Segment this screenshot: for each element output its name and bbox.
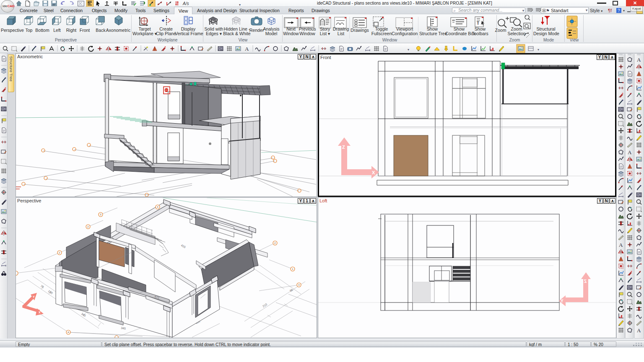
svg-text:A: A xyxy=(245,46,249,52)
svg-text:A: A xyxy=(628,149,632,155)
svg-text:A: A xyxy=(637,327,641,334)
svg-text:T: T xyxy=(477,21,479,26)
svg-text:▾: ▾ xyxy=(623,9,625,13)
svg-text:X: X xyxy=(372,170,375,175)
svg-text:▾: ▾ xyxy=(408,48,409,52)
svg-text:Z: Z xyxy=(342,145,345,150)
svg-text:¶f: ¶f xyxy=(608,8,612,13)
svg-text:345: 345 xyxy=(121,326,126,330)
svg-text:Z: Z xyxy=(584,279,587,284)
svg-text:×=: ×= xyxy=(452,19,455,22)
svg-text:A/s: A/s xyxy=(182,1,189,6)
svg-text:Y: Y xyxy=(561,299,564,303)
svg-text:X: X xyxy=(39,311,41,314)
svg-text:Y: Y xyxy=(33,295,35,298)
svg-text:210: 210 xyxy=(262,303,268,308)
svg-text:▾: ▾ xyxy=(239,3,241,7)
svg-text:75: 75 xyxy=(40,284,44,289)
svg-text:▾: ▾ xyxy=(538,48,539,52)
svg-text:A: A xyxy=(68,331,69,334)
svg-text:A: A xyxy=(619,242,623,248)
svg-text:415: 415 xyxy=(181,244,187,249)
svg-text:?: ? xyxy=(618,8,620,13)
svg-text:A: A xyxy=(637,57,641,63)
